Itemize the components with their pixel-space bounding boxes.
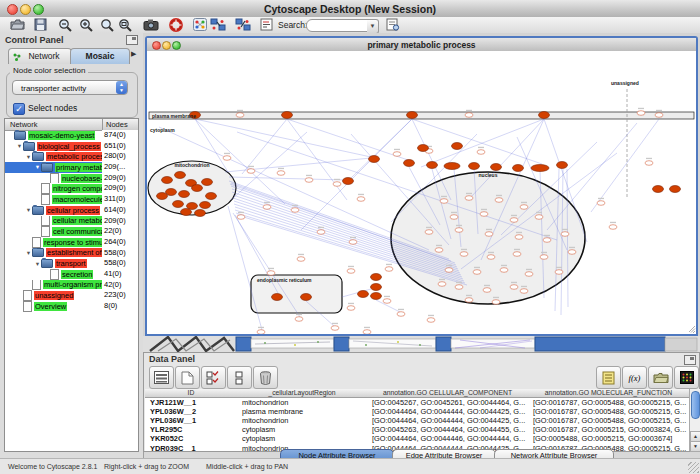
network-node[interactable]: [200, 202, 211, 209]
disclosure-triangle[interactable]: ▼: [25, 250, 32, 256]
table-scrollbar[interactable]: ▲ ▼: [689, 389, 700, 451]
disclosure-triangle[interactable]: ▼: [25, 207, 32, 213]
tree-row[interactable]: cell communicat22(0): [5, 226, 138, 237]
network-node[interactable]: [491, 164, 502, 171]
disclosure-triangle[interactable]: ▼: [34, 164, 41, 170]
table-column-header[interactable]: annotation.GO CELLULAR_COMPONENT: [367, 389, 529, 398]
tree-row[interactable]: unassigned223(0): [5, 290, 138, 301]
network-node[interactable]: [653, 186, 664, 193]
network-node-small[interactable]: [540, 255, 548, 260]
tab-mosaic[interactable]: Mosaic: [70, 48, 130, 64]
tree-row[interactable]: nucleobase-209(0): [5, 173, 138, 184]
disclosure-triangle[interactable]: ▼: [16, 143, 23, 149]
import-table-icon[interactable]: [234, 17, 252, 32]
table-column-header[interactable]: annotation.GO MOLECULAR_FUNCTION: [528, 389, 689, 398]
formula-icon[interactable]: f(x): [622, 366, 647, 389]
network-node[interactable]: [371, 293, 382, 300]
network-node-small[interactable]: [331, 326, 339, 331]
table-row[interactable]: YKR052Ccytoplasm[GO:0044464, GO:0044446,…: [145, 434, 689, 443]
table-column-header[interactable]: ID: [145, 389, 238, 398]
network-node[interactable]: [407, 112, 418, 119]
table-row[interactable]: YLR295Ccytoplasm[GO:0045263, GO:0044464,…: [145, 425, 689, 434]
delete-attribute-icon[interactable]: [253, 366, 278, 389]
network-node[interactable]: [173, 201, 184, 208]
network-node[interactable]: [531, 165, 549, 172]
network-node-small[interactable]: [465, 196, 473, 201]
import-network-icon[interactable]: [209, 17, 227, 32]
network-node-small[interactable]: [223, 156, 231, 161]
annotation-icon[interactable]: [258, 17, 276, 32]
tree-row[interactable]: secretion41(0): [5, 269, 138, 280]
network-node-small[interactable]: [347, 269, 355, 274]
network-node-small[interactable]: [267, 271, 275, 276]
network-node-small[interactable]: [535, 215, 543, 220]
network-node-small[interactable]: [333, 182, 341, 187]
save-icon[interactable]: [31, 17, 49, 32]
network-node[interactable]: [192, 185, 203, 192]
network-node-small[interactable]: [513, 252, 521, 257]
zoom-in-icon[interactable]: [77, 17, 95, 32]
tree-row[interactable]: macromolecule311(0): [5, 194, 138, 205]
network-node[interactable]: [418, 145, 429, 152]
network-node-small[interactable]: [520, 289, 528, 294]
view-resize-grip[interactable]: [693, 331, 695, 333]
network-node-small[interactable]: [237, 215, 245, 220]
network-node-small[interactable]: [637, 111, 645, 116]
network-node[interactable]: [343, 178, 354, 185]
matrix-icon[interactable]: [674, 366, 699, 389]
network-node-small[interactable]: [263, 205, 271, 210]
table-row[interactable]: YPL036W__2plasma membrane[GO:0044464, GO…: [145, 407, 689, 416]
network-node-small[interactable]: [500, 268, 508, 273]
network-node-small[interactable]: [236, 113, 244, 118]
network-node[interactable]: [404, 160, 415, 167]
network-node[interactable]: [272, 294, 283, 301]
network-node-small[interactable]: [397, 312, 405, 317]
network-node-small[interactable]: [510, 285, 518, 290]
network-node-small[interactable]: [445, 268, 453, 273]
background-windows-strip[interactable]: [143, 336, 700, 352]
network-node-small[interactable]: [645, 161, 653, 166]
network-node-small[interactable]: [510, 218, 518, 223]
network-node-small[interactable]: [473, 270, 481, 275]
window-titlebar[interactable]: Cytoscape Desktop (New Session): [0, 0, 700, 18]
network-node-small[interactable]: [465, 113, 473, 118]
network-node-small[interactable]: [450, 215, 458, 220]
attribute-table[interactable]: ID_cellularLayoutRegionannotation.GO CEL…: [145, 389, 689, 451]
select-all-attributes-icon[interactable]: [201, 366, 226, 389]
tree-row[interactable]: response to stimul264(0): [5, 237, 138, 248]
tree-row[interactable]: multi-organism pro42(0): [5, 280, 138, 291]
tree-row[interactable]: nitrogen compo209(0): [5, 183, 138, 194]
network-node-small[interactable]: [247, 169, 255, 174]
network-node-small[interactable]: [495, 198, 503, 203]
network-node-small[interactable]: [609, 225, 617, 230]
resize-grip[interactable]: [688, 462, 699, 473]
network-node-small[interactable]: [515, 235, 523, 240]
network-node-small[interactable]: [440, 199, 448, 204]
network-node[interactable]: [371, 284, 382, 291]
disclosure-triangle[interactable]: ▼: [25, 154, 32, 160]
tree-row[interactable]: ▼establishment of lo558(0): [5, 248, 138, 259]
new-attribute-icon[interactable]: [175, 366, 200, 389]
network-node-small[interactable]: [305, 178, 313, 183]
network-node[interactable]: [202, 179, 213, 186]
help-ring-icon[interactable]: [167, 17, 185, 32]
tree-row[interactable]: ▼metabolic process280(0): [5, 151, 138, 162]
network-node[interactable]: [513, 165, 524, 172]
scrollbar-thumb[interactable]: [691, 391, 700, 419]
tree-row[interactable]: cellular metabol209(0): [5, 216, 138, 227]
network-node-small[interactable]: [363, 330, 371, 334]
select-attributes-icon[interactable]: [149, 366, 174, 389]
table-column-header[interactable]: _cellularLayoutRegion: [237, 389, 368, 398]
network-window-titlebar[interactable]: primary metabolic process: [147, 38, 696, 52]
network-node-small[interactable]: [347, 306, 355, 311]
network-node-small[interactable]: [317, 230, 325, 235]
network-node[interactable]: [175, 172, 186, 179]
network-node-small[interactable]: [393, 152, 401, 157]
network-node-small[interactable]: [277, 171, 285, 176]
tree-row[interactable]: Overview8(0): [5, 301, 138, 312]
network-node[interactable]: [369, 156, 380, 163]
advanced-search-icon[interactable]: [384, 17, 402, 32]
network-node[interactable]: [469, 163, 480, 170]
network-node[interactable]: [157, 193, 168, 200]
network-node-small[interactable]: [543, 238, 551, 243]
